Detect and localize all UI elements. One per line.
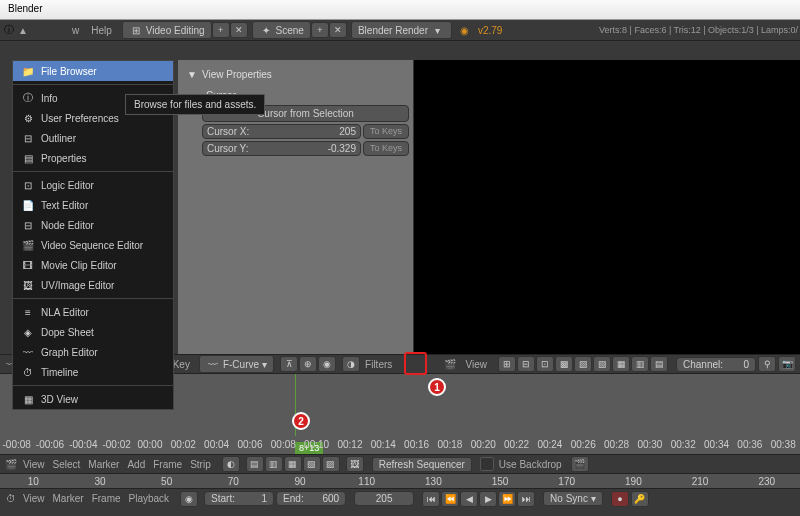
sync-mode-dropdown[interactable]: No Sync▾	[543, 491, 603, 506]
menu-frame[interactable]: Frame	[150, 459, 185, 470]
tool-icon[interactable]: ▤	[650, 356, 668, 372]
editor-type-icon[interactable]: 🎬	[4, 457, 18, 471]
text-icon: 📄	[21, 198, 35, 212]
editor-type-icon[interactable]: ⓘ	[2, 23, 16, 37]
tool-icon[interactable]: ▦	[612, 356, 630, 372]
menu-uv[interactable]: 🖼UV/Image Editor	[13, 275, 173, 295]
display-mode-icon[interactable]: ◐	[222, 456, 240, 472]
renderer-dropdown[interactable]: Blender Render▾	[351, 21, 452, 39]
editor-type-icon-right[interactable]: 🎬	[443, 357, 457, 371]
jump-end-icon[interactable]: ⏭	[517, 491, 535, 507]
menu-marker[interactable]: Marker	[85, 459, 122, 470]
tool-icon[interactable]: ▨	[574, 356, 592, 372]
tool-icon[interactable]: ▥	[631, 356, 649, 372]
menu-playback[interactable]: Playback	[126, 493, 173, 504]
preview-icon[interactable]: 🖼	[346, 456, 364, 472]
play-icon[interactable]: ▶	[479, 491, 497, 507]
menu-help[interactable]: Help	[85, 23, 118, 38]
record-icon[interactable]: ⚲	[758, 356, 776, 372]
start-frame-field[interactable]: Start:1	[204, 491, 274, 506]
seq-tool-icon[interactable]: ▤	[246, 456, 264, 472]
end-frame-field[interactable]: End:600	[276, 491, 346, 506]
del-layout-icon[interactable]: ✕	[230, 22, 248, 38]
frame-number: 130	[400, 476, 467, 487]
backdrop-checkbox[interactable]	[480, 457, 494, 471]
view-props-header[interactable]: ▼View Properties	[182, 64, 409, 84]
menu-view-right[interactable]: View	[463, 359, 491, 370]
menu-movie[interactable]: 🎞Movie Clip Editor	[13, 255, 173, 275]
tool-icon[interactable]: ⊡	[536, 356, 554, 372]
seq-tool-icon[interactable]: ▧	[303, 456, 321, 472]
3d-viewport[interactable]	[414, 60, 800, 354]
snap-icon[interactable]: ⊕	[299, 356, 317, 372]
menu-outliner[interactable]: ⊟Outliner	[13, 128, 173, 148]
to-keys-button[interactable]: To Keys	[363, 141, 409, 156]
filters-icon[interactable]: ◑	[342, 356, 360, 372]
timeline-header: ⏱ View Marker Frame Playback ◉ Start:1 E…	[0, 488, 800, 508]
tick-label: 00:26	[567, 439, 600, 451]
camera-icon[interactable]: 📷	[778, 356, 796, 372]
next-keyframe-icon[interactable]: ⏩	[498, 491, 516, 507]
del-scene-icon[interactable]: ✕	[329, 22, 347, 38]
menu-strip[interactable]: Strip	[187, 459, 214, 470]
menu-text[interactable]: 📄Text Editor	[13, 195, 173, 215]
menu-logic[interactable]: ⊡Logic Editor	[13, 175, 173, 195]
tick-label: -00:04	[67, 439, 100, 451]
separator	[13, 298, 173, 299]
editor-type-icon[interactable]: ⏱	[4, 492, 18, 506]
sync-icon[interactable]: ◉	[180, 491, 198, 507]
cursor-y-field[interactable]: Cursor Y:-0.329	[202, 141, 361, 156]
seq-tool-icon[interactable]: ▨	[322, 456, 340, 472]
menu-vse[interactable]: 🎬Video Sequence Editor	[13, 235, 173, 255]
menu-select[interactable]: Select	[50, 459, 84, 470]
menu-nla[interactable]: ≡NLA Editor	[13, 302, 173, 322]
tool-icon[interactable]: ▩	[555, 356, 573, 372]
menu-dope[interactable]: ◈Dope Sheet	[13, 322, 173, 342]
pivot-icon[interactable]: ◉	[318, 356, 336, 372]
prev-keyframe-icon[interactable]: ⏪	[441, 491, 459, 507]
tick-label: 00:20	[467, 439, 500, 451]
menu-view[interactable]: View	[20, 493, 48, 504]
filters-label[interactable]: Filters	[362, 359, 395, 370]
to-keys-button[interactable]: To Keys	[363, 124, 409, 139]
cursor-x-field[interactable]: Cursor X:205	[202, 124, 361, 139]
add-layout-icon[interactable]: +	[212, 22, 230, 38]
seq-tool-icon[interactable]: ▥	[265, 456, 283, 472]
menu-add[interactable]: Add	[124, 459, 148, 470]
scene-dropdown[interactable]: ✦Scene	[252, 21, 311, 39]
backdrop-label: Use Backdrop	[496, 459, 565, 470]
menu-marker[interactable]: Marker	[50, 493, 87, 504]
annotation-2: 2	[292, 412, 310, 430]
tool-icon[interactable]: ▧	[593, 356, 611, 372]
menu-properties[interactable]: ▤Properties	[13, 148, 173, 168]
menu-w[interactable]: w	[66, 23, 85, 38]
frame-number: 30	[67, 476, 134, 487]
tool-icon[interactable]: ⊟	[517, 356, 535, 372]
seq-tool-icon[interactable]: ▦	[284, 456, 302, 472]
add-scene-icon[interactable]: +	[311, 22, 329, 38]
menu-file-browser[interactable]: 📁File Browser	[13, 61, 173, 81]
play-reverse-icon[interactable]: ◀	[460, 491, 478, 507]
triangle-icon[interactable]: ▲	[16, 23, 30, 37]
menu-graph[interactable]: 〰Graph Editor	[13, 342, 173, 362]
tool-icon[interactable]: ⊞	[498, 356, 516, 372]
normalize-icon[interactable]: ⊼	[280, 356, 298, 372]
menu-frame[interactable]: Frame	[89, 493, 124, 504]
fcurve-dropdown[interactable]: 〰F-Curve▾	[199, 355, 274, 373]
tick-label: 00:02	[167, 439, 200, 451]
current-frame-field[interactable]: 205	[354, 491, 414, 506]
menu-timeline[interactable]: ⏱Timeline	[13, 362, 173, 382]
autokey-icon[interactable]: ●	[611, 491, 629, 507]
timeline-frame-numbers[interactable]: 1030507090110130150170190210230	[0, 474, 800, 488]
frame-number: 230	[733, 476, 800, 487]
menu-node[interactable]: ⊟Node Editor	[13, 215, 173, 235]
jump-start-icon[interactable]: ⏮	[422, 491, 440, 507]
keying-icon[interactable]: 🔑	[631, 491, 649, 507]
tick-label: 00:08	[267, 439, 300, 451]
refresh-sequencer-button[interactable]: Refresh Sequencer	[372, 457, 472, 472]
render-icon[interactable]: 🎬	[571, 456, 589, 472]
menu-view[interactable]: View	[20, 459, 48, 470]
menu-3dview[interactable]: ▦3D View	[13, 389, 173, 409]
layout-dropdown[interactable]: ⊞Video Editing	[122, 21, 212, 39]
channel-field[interactable]: Channel:0	[676, 357, 756, 372]
